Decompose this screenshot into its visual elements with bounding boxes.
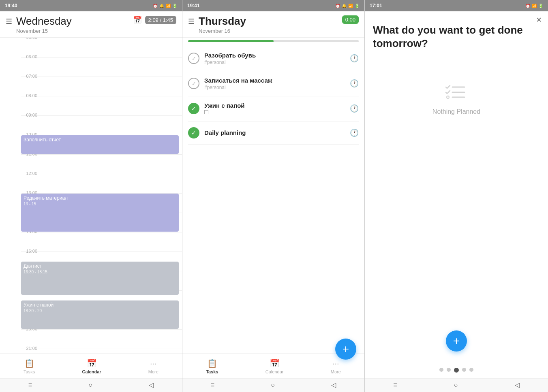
bell-icon-2: 🔔 bbox=[342, 4, 347, 8]
time-row-0800: 08:00 bbox=[21, 96, 182, 115]
nav-calendar-2[interactable]: 📅 Calendar bbox=[257, 357, 292, 376]
time-row-0900: 09:00 bbox=[21, 115, 182, 135]
dot-2-active bbox=[454, 368, 459, 373]
nothing-planned-label: Nothing Planned bbox=[432, 108, 480, 115]
sys-back-1[interactable]: ◁ bbox=[149, 381, 154, 389]
alarm-icon-2: ⏰ bbox=[335, 4, 340, 8]
battery-icon-2: 🔋 bbox=[355, 4, 360, 8]
fab-add-task[interactable]: + bbox=[335, 339, 356, 360]
task-title-0: Разобрать обувь bbox=[204, 52, 256, 59]
wifi-icon-2: 📶 bbox=[348, 4, 353, 8]
battery-icon-1: 🔋 bbox=[172, 4, 177, 8]
time-grid: 05:00 06:00 07:00 08:00 09:00 10:00 11:0… bbox=[0, 38, 182, 353]
status-bar-2: 19:41 ⏰ 🔔 📶 🔋 bbox=[182, 0, 364, 11]
time-row-0600: 06:00 bbox=[21, 57, 182, 77]
menu-button-1[interactable]: ☰ bbox=[6, 17, 12, 26]
task-item-0[interactable]: ✓ Разобрать обувь #personal 🕐 bbox=[188, 46, 359, 71]
task-title-1: Записаться на массаж bbox=[204, 77, 272, 84]
nav-tasks-1[interactable]: 📋 Tasks bbox=[15, 357, 43, 376]
event-title: Дантист bbox=[24, 263, 42, 269]
screen-thursday-tasks: 19:41 ⏰ 🔔 📶 🔋 ☰ Thursday November 16 0:0… bbox=[182, 0, 365, 392]
task-clock-0[interactable]: 🕐 bbox=[350, 54, 359, 63]
task-check-0[interactable]: ✓ bbox=[188, 53, 199, 64]
event-title: Ужин с папой bbox=[24, 302, 54, 308]
time-row-0700: 07:00 bbox=[21, 77, 182, 96]
event-subtitle: 13 - 15 bbox=[24, 202, 36, 206]
task-tag-0: #personal bbox=[204, 60, 256, 65]
task-clock-1[interactable]: 🕐 bbox=[350, 79, 359, 88]
bell-icon-1: 🔔 bbox=[159, 4, 164, 8]
task-list[interactable]: ✓ Разобрать обувь #personal 🕐 ✓ Записа bbox=[182, 46, 364, 353]
more-icon-1: ··· bbox=[150, 359, 157, 368]
more-icon-2: ··· bbox=[332, 359, 339, 368]
tasks-label-1: Tasks bbox=[24, 369, 35, 374]
more-label-1: More bbox=[148, 369, 158, 374]
task-check-1[interactable]: ✓ bbox=[188, 78, 199, 89]
dot-0 bbox=[439, 368, 443, 372]
tasks-icon-1: 📋 bbox=[24, 358, 34, 368]
calendar-icon-1[interactable]: 📅 bbox=[133, 15, 142, 24]
battery-icon-3: 🔋 bbox=[538, 4, 543, 8]
event-fill-report[interactable]: Заполнить отчет bbox=[21, 135, 179, 154]
event-title: Заполнить отчет bbox=[24, 137, 61, 143]
event-title: Редачить материал bbox=[24, 195, 68, 201]
sys-back-3[interactable]: ◁ bbox=[515, 381, 520, 389]
time-row-2100: 21:00 bbox=[21, 349, 182, 353]
time-row-2000: 20:00 bbox=[21, 329, 182, 349]
event-dentist[interactable]: Дантист 16:30 - 18:15 bbox=[21, 262, 179, 295]
time-row-0500: 05:00 bbox=[21, 38, 182, 57]
check-icon-2: ✓ bbox=[191, 105, 196, 112]
task-item-3[interactable]: ✓ Daily planning 🕐 bbox=[188, 121, 359, 145]
menu-button-2[interactable]: ☰ bbox=[188, 17, 195, 26]
progress-bar-container bbox=[182, 38, 364, 46]
task-clock-3[interactable]: 🕐 bbox=[350, 128, 359, 137]
timer-badge-2: 0:00 bbox=[342, 15, 359, 24]
checklist-icon bbox=[444, 82, 469, 102]
fab-tomorrow-add[interactable]: + bbox=[446, 330, 467, 352]
tasks-icon-2: 📋 bbox=[207, 358, 217, 368]
calendar-label-2: Calendar bbox=[265, 369, 284, 374]
calendar-label-1: Calendar bbox=[82, 369, 101, 374]
check-icon-1: ✓ bbox=[192, 81, 196, 87]
task-clock-2[interactable]: 🕐 bbox=[350, 104, 359, 113]
check-icon-3: ✓ bbox=[191, 130, 196, 136]
alarm-icon-3: ⏰ bbox=[525, 4, 530, 8]
sys-back-2[interactable]: ◁ bbox=[331, 381, 336, 389]
bottom-nav-1: 📋 Tasks 📅 Calendar ··· More bbox=[0, 353, 182, 378]
svg-point-2 bbox=[447, 96, 449, 98]
time-row-1100: 11:00 bbox=[21, 154, 182, 174]
sys-home-3[interactable]: ○ bbox=[454, 381, 458, 389]
close-button[interactable]: × bbox=[536, 15, 542, 25]
dot-1 bbox=[447, 368, 451, 372]
calendar-scroll[interactable]: 05:00 06:00 07:00 08:00 09:00 10:00 11:0… bbox=[0, 38, 182, 353]
sys-menu-2[interactable]: ≡ bbox=[211, 381, 214, 389]
task-tag-2 bbox=[204, 110, 245, 115]
event-dinner[interactable]: Ужин с папой 18:30 - 20 bbox=[21, 300, 179, 329]
sys-menu-1[interactable]: ≡ bbox=[28, 381, 32, 389]
event-edit-material[interactable]: Редачить материал 13 - 15 bbox=[21, 194, 179, 232]
task-title-3: Daily planning bbox=[204, 129, 246, 136]
tag-box-2 bbox=[204, 110, 208, 114]
sys-home-2[interactable]: ○ bbox=[271, 381, 275, 389]
tomorrow-content: What do you want to get done tomorrow? N… bbox=[365, 11, 548, 364]
sys-nav-2: ≡ ○ ◁ bbox=[182, 378, 364, 392]
task-item-1[interactable]: ✓ Записаться на массаж #personal 🕐 bbox=[188, 71, 359, 96]
progress-bar-fill bbox=[188, 40, 274, 42]
tasks-label-2: Tasks bbox=[206, 369, 218, 374]
dot-3 bbox=[462, 368, 466, 372]
sys-home-1[interactable]: ○ bbox=[88, 381, 92, 389]
status-icons-2: ⏰ 🔔 📶 🔋 bbox=[335, 4, 360, 8]
task-item-2[interactable]: ✓ Ужин с папой 🕐 bbox=[188, 96, 359, 121]
header-day-2: Thursday bbox=[199, 15, 246, 27]
sys-nav-1: ≡ ○ ◁ bbox=[0, 378, 182, 392]
check-icon-0: ✓ bbox=[192, 55, 196, 62]
sys-menu-3[interactable]: ≡ bbox=[393, 381, 397, 389]
task-check-2[interactable]: ✓ bbox=[188, 103, 199, 114]
app-header-1: ☰ Wednesday November 15 📅 2:09 / 1:45 bbox=[0, 11, 182, 38]
calendar-nav-icon-1: 📅 bbox=[87, 358, 97, 368]
nav-more-2[interactable]: ··· More bbox=[323, 357, 349, 376]
nav-tasks-2[interactable]: 📋 Tasks bbox=[198, 357, 226, 376]
task-check-3[interactable]: ✓ bbox=[188, 127, 199, 138]
nav-more-1[interactable]: ··· More bbox=[140, 357, 167, 376]
nav-calendar-1[interactable]: 📅 Calendar bbox=[74, 357, 109, 376]
